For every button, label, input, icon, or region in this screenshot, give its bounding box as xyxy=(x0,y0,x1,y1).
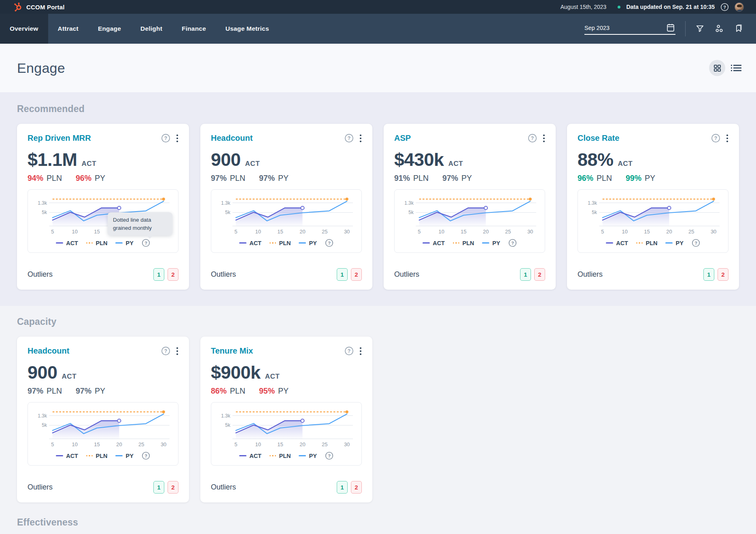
svg-text:5k: 5k xyxy=(592,210,597,215)
outlier-positive-badge[interactable]: 1 xyxy=(337,268,348,281)
card-help-icon[interactable]: ? xyxy=(161,134,170,143)
tab-engage[interactable]: Engage xyxy=(88,14,131,44)
outlier-negative-badge[interactable]: 2 xyxy=(351,481,362,494)
card-title[interactable]: Close Rate xyxy=(578,134,619,143)
kebab-menu-icon[interactable] xyxy=(359,347,362,355)
svg-text:5: 5 xyxy=(234,229,237,235)
svg-text:15: 15 xyxy=(461,229,466,235)
svg-text:30: 30 xyxy=(527,229,533,235)
chart-legend: ACT PLN PY ? xyxy=(215,451,357,460)
tab-finance[interactable]: Finance xyxy=(172,14,216,44)
card-title[interactable]: Tenure Mix xyxy=(211,346,253,356)
outlier-negative-badge[interactable]: 2 xyxy=(534,268,545,281)
pln-swatch-icon xyxy=(453,242,460,244)
legend-help-icon[interactable]: ? xyxy=(508,239,517,247)
legend-help-icon[interactable]: ? xyxy=(692,239,700,247)
legend-help-icon[interactable]: ? xyxy=(142,451,150,460)
outlier-positive-badge[interactable]: 1 xyxy=(337,481,348,494)
svg-text:10: 10 xyxy=(255,441,261,447)
outlier-positive-badge[interactable]: 1 xyxy=(153,268,164,281)
legend-help-icon[interactable]: ? xyxy=(325,451,333,460)
svg-text:10: 10 xyxy=(255,229,261,235)
py-percent: 97% xyxy=(442,174,458,183)
svg-text:5: 5 xyxy=(601,229,604,235)
outlier-positive-badge[interactable]: 1 xyxy=(153,481,164,494)
chart-container: 1.3k5k51015202530 ACT PLN PY ? xyxy=(28,402,178,466)
svg-text:1.3k: 1.3k xyxy=(38,200,47,206)
svg-text:25: 25 xyxy=(322,441,327,447)
svg-text:?: ? xyxy=(694,241,697,246)
share-icon[interactable] xyxy=(715,24,724,34)
svg-text:30: 30 xyxy=(344,229,350,235)
pln-percent: 96% xyxy=(578,174,593,183)
tab-delight[interactable]: Delight xyxy=(131,14,172,44)
card-title[interactable]: Headcount xyxy=(28,346,69,356)
tab-overview[interactable]: Overview xyxy=(0,14,48,44)
card-help-icon[interactable]: ? xyxy=(344,346,354,356)
kpi-card-headcount-capacity: Headcount ? 900 ACT 97% PLN 97% PY 1.3k5… xyxy=(17,337,189,502)
section-heading: Recommended xyxy=(17,104,739,114)
svg-text:?: ? xyxy=(714,136,717,141)
period-date-input[interactable]: Sep 2023 xyxy=(584,23,675,35)
kpi-sparkline-chart: 1.3k5k51015202530 xyxy=(582,195,724,237)
outlier-negative-badge[interactable]: 2 xyxy=(351,268,362,281)
kebab-menu-icon[interactable] xyxy=(359,134,362,142)
card-help-icon[interactable]: ? xyxy=(528,134,537,143)
svg-text:1.3k: 1.3k xyxy=(221,413,231,419)
card-help-icon[interactable]: ? xyxy=(161,346,170,356)
kebab-menu-icon[interactable] xyxy=(543,134,545,142)
outlier-positive-badge[interactable]: 1 xyxy=(703,268,714,281)
section-capacity: Capacity Headcount ? 900 ACT 97% PLN 97%… xyxy=(0,306,756,532)
pln-label: PLN xyxy=(413,174,429,183)
pln-percent: 97% xyxy=(28,386,43,396)
list-view-toggle[interactable] xyxy=(731,64,741,72)
py-label: PY xyxy=(278,174,289,183)
py-swatch-icon xyxy=(299,242,306,244)
kpi-sparkline-chart: 1.3k5k51015202530 xyxy=(215,195,357,237)
pln-swatch-icon xyxy=(270,242,276,244)
filter-icon[interactable] xyxy=(695,24,705,34)
py-swatch-icon xyxy=(665,242,673,244)
bookmark-icon[interactable] xyxy=(734,24,744,34)
chart-legend: ACT PLN PY ? xyxy=(399,239,541,247)
chart-container: 1.3k5k51015202530 ACT PLN PY ? xyxy=(394,189,545,253)
kpi-card-headcount: Headcount ? 900 ACT 97% PLN 97% PY 1.3k5… xyxy=(200,124,372,290)
kebab-menu-icon[interactable] xyxy=(176,134,178,142)
outlier-negative-badge[interactable]: 2 xyxy=(718,268,728,281)
current-date: August 15th, 2023 xyxy=(561,4,607,10)
svg-text:10: 10 xyxy=(622,229,627,235)
legend-help-icon[interactable]: ? xyxy=(325,239,333,247)
svg-text:5k: 5k xyxy=(225,210,231,215)
pln-percent: 94% xyxy=(28,174,43,183)
svg-text:5: 5 xyxy=(51,441,54,447)
card-title[interactable]: Rep Driven MRR xyxy=(28,134,91,143)
svg-text:20: 20 xyxy=(299,441,305,447)
kebab-menu-icon[interactable] xyxy=(176,347,178,355)
pln-label: PLN xyxy=(47,174,62,183)
outlier-positive-badge[interactable]: 1 xyxy=(520,268,531,281)
help-icon[interactable]: ? xyxy=(720,3,729,11)
act-swatch-icon xyxy=(239,242,246,244)
py-percent: 96% xyxy=(76,174,91,183)
user-avatar[interactable] xyxy=(735,2,744,12)
grid-view-toggle[interactable] xyxy=(709,60,725,76)
tab-attract[interactable]: Attract xyxy=(48,14,88,44)
page-title: Engage xyxy=(17,60,65,76)
outlier-negative-badge[interactable]: 2 xyxy=(168,268,178,281)
card-title[interactable]: ASP xyxy=(394,134,411,143)
card-title[interactable]: Headcount xyxy=(211,134,253,143)
card-help-icon[interactable]: ? xyxy=(344,134,354,143)
kpi-sparkline-chart: 1.3k5k51015202530 xyxy=(399,195,541,237)
calendar-icon[interactable] xyxy=(666,23,675,32)
svg-text:1.3k: 1.3k xyxy=(221,200,231,206)
card-help-icon[interactable]: ? xyxy=(711,134,720,143)
divider xyxy=(685,21,686,36)
svg-text:5: 5 xyxy=(418,229,420,235)
outlier-negative-badge[interactable]: 2 xyxy=(168,481,178,494)
kpi-card-close-rate: Close Rate ? 88% ACT 96% PLN 99% PY 1.3k… xyxy=(567,124,739,290)
kebab-menu-icon[interactable] xyxy=(726,134,728,142)
svg-text:?: ? xyxy=(348,348,350,354)
py-label: PY xyxy=(95,174,105,183)
tab-usage-metrics[interactable]: Usage Metrics xyxy=(216,14,279,44)
py-percent: 97% xyxy=(259,174,275,183)
